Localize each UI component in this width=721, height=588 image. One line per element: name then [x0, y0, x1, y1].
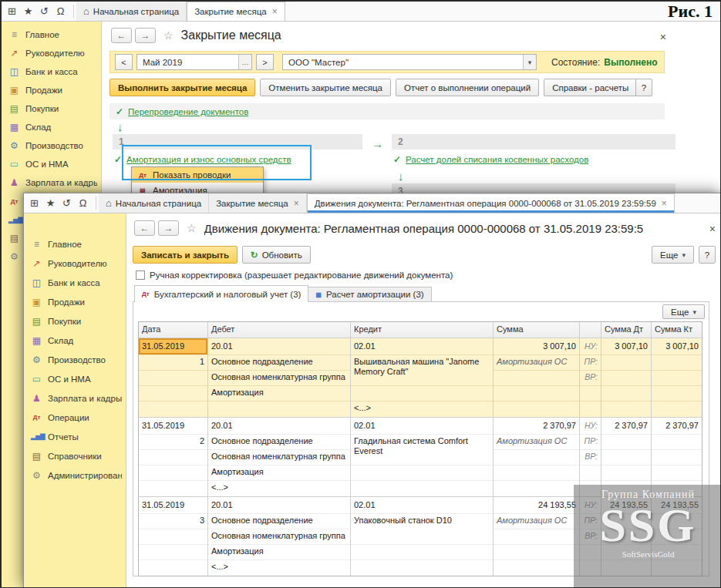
- tab-close-icon[interactable]: ×: [662, 198, 667, 209]
- cancel-month-closing-button[interactable]: Отменить закрытие месяца: [260, 79, 391, 96]
- next-period-button[interactable]: >: [256, 54, 274, 70]
- credit-subconto[interactable]: Упаковочный станок D10: [351, 514, 493, 545]
- history-icon[interactable]: ↺: [36, 4, 52, 19]
- sidebar-item-glavnoe[interactable]: ≡Главное: [2, 25, 101, 44]
- sum-kt-cell[interactable]: 3 007,10: [652, 338, 702, 355]
- debit-subconto[interactable]: Амортизация: [208, 386, 350, 402]
- apps-menu-icon[interactable]: ⊞: [4, 4, 20, 19]
- column-header-debit[interactable]: Дебет: [208, 322, 351, 338]
- favorites-icon[interactable]: ★: [20, 4, 36, 19]
- reposting-documents-link[interactable]: Перепроведение документов: [128, 107, 248, 116]
- tab-month-closing[interactable]: Закрытие месяца×: [209, 193, 307, 213]
- sidebar-item-zarplata-i-kadry[interactable]: ♟Зарплата и кадры: [2, 173, 101, 192]
- debit-subconto[interactable]: Основное подразделение: [208, 355, 350, 371]
- help-button[interactable]: ?: [699, 246, 716, 264]
- column-header-credit[interactable]: Кредит: [351, 322, 494, 338]
- credit-subconto[interactable]: Гладильная система Comfort Everest: [351, 435, 493, 465]
- debit-subconto[interactable]: Амортизация: [208, 545, 350, 560]
- sidebar-item-pokupki[interactable]: ▤Покупки: [24, 311, 126, 331]
- amount-cell[interactable]: 2 370,97: [494, 418, 579, 435]
- save-and-close-button[interactable]: Записать и закрыть: [133, 246, 238, 264]
- notifications-icon[interactable]: Ω: [75, 196, 91, 211]
- debit-subconto[interactable]: Основная номенклатурная группа: [208, 529, 350, 545]
- period-choose-button[interactable]: …: [238, 55, 251, 69]
- sidebar-item-spravochniki[interactable]: ▤Справочники: [24, 446, 126, 465]
- tab-close-icon[interactable]: ×: [272, 6, 278, 17]
- sidebar-item-prodazhi[interactable]: ▣Продажи: [2, 81, 101, 99]
- doc-tab-amortization[interactable]: ▦Расчет амортизации (3): [308, 287, 431, 302]
- amount-cell[interactable]: 24 193,55: [494, 497, 579, 514]
- period-field[interactable]: Май 2019 …: [136, 54, 252, 70]
- sidebar-item-sklad[interactable]: ▦Склад: [2, 118, 101, 136]
- table-more-button[interactable]: Еще ▾: [662, 304, 705, 319]
- sidebar-item-administrirovanie[interactable]: ⚙Администрирование: [24, 465, 126, 485]
- sum-kt-cell[interactable]: 2 370,97: [652, 418, 702, 435]
- doc-tab-accounting[interactable]: ДтБухгалтерский и налоговый учет (3): [134, 285, 308, 302]
- sidebar-item-glavnoe[interactable]: ≡Главное: [24, 234, 126, 254]
- debit-subconto[interactable]: Амортизация: [208, 465, 350, 481]
- sidebar-item-os-i-nma[interactable]: ▭ОС и НМА: [2, 155, 101, 173]
- prev-period-button[interactable]: <: [115, 54, 133, 70]
- credit-subconto[interactable]: Вышивальная машина "Janome Memory Craft": [351, 355, 493, 386]
- tab-doc-movements[interactable]: Движения документа: Регламентная операци…: [307, 193, 675, 213]
- debit-subconto[interactable]: <...>: [208, 481, 350, 496]
- manual-adjustment-checkbox[interactable]: [136, 270, 145, 280]
- sidebar-item-rukovoditelyu[interactable]: ↗Руководителю: [2, 44, 101, 62]
- debit-subconto[interactable]: <...>: [208, 560, 350, 576]
- debit-subconto[interactable]: Основная номенклатурная группа: [208, 450, 350, 465]
- tab-home[interactable]: ⌂Начальная страница: [99, 193, 209, 213]
- favorite-star-icon[interactable]: ☆: [187, 222, 197, 234]
- sidebar-item-os-i-nma[interactable]: ▭ОС и НМА: [24, 369, 126, 388]
- notifications-icon[interactable]: Ω: [52, 4, 69, 19]
- close-form-icon[interactable]: ×: [709, 223, 716, 235]
- operations-report-button[interactable]: Отчет о выполнении операций: [396, 79, 539, 96]
- sidebar-item-operatsii[interactable]: ДтОперации: [24, 408, 126, 427]
- tab-close-icon[interactable]: ×: [294, 198, 299, 209]
- column-header-sum-kt[interactable]: Сумма Кт: [652, 322, 702, 338]
- sidebar-item-zarplata-i-kadry[interactable]: ♟Зарплата и кадры: [24, 388, 126, 408]
- sum-dt-cell[interactable]: 3 007,10: [601, 338, 651, 355]
- run-month-closing-button[interactable]: Выполнить закрытие месяца: [109, 79, 255, 96]
- organization-dropdown-icon[interactable]: ▾: [523, 55, 536, 69]
- sum-dt-cell[interactable]: 2 370,97: [601, 418, 651, 435]
- sidebar-item-sklad[interactable]: ▦Склад: [24, 331, 126, 350]
- debit-subconto[interactable]: Основная номенклатурная группа: [208, 371, 350, 386]
- sidebar-item-proizvodstvo[interactable]: ⚙Производство: [24, 350, 126, 369]
- help-button[interactable]: ?: [635, 79, 652, 96]
- close-form-icon[interactable]: ×: [660, 31, 666, 43]
- sidebar-item-bank-i-kassa[interactable]: ◫Банк и касса: [2, 62, 101, 81]
- cost-shares-link[interactable]: Расчет долей списания косвенных расходов: [406, 155, 588, 164]
- history-icon[interactable]: ↺: [59, 196, 75, 211]
- tab-home[interactable]: ⌂Начальная страница: [76, 2, 187, 21]
- favorites-icon[interactable]: ★: [42, 196, 59, 211]
- column-header-amount[interactable]: Сумма: [494, 322, 580, 338]
- credit-account-cell[interactable]: 02.01: [351, 418, 493, 435]
- column-header-sum-dt[interactable]: Сумма Дт: [601, 322, 652, 338]
- column-header-flags[interactable]: [580, 322, 601, 338]
- debit-subconto[interactable]: Основное подразделение: [208, 514, 350, 529]
- column-header-date[interactable]: Дата: [139, 322, 208, 338]
- debit-subconto[interactable]: Основное подразделение: [208, 435, 350, 450]
- sum-dt-cell[interactable]: 24 193,55: [601, 497, 651, 514]
- menu-item-show-postings[interactable]: ДтПоказать проводки: [132, 167, 263, 183]
- organization-field[interactable]: ООО "Мастер" ▾: [282, 54, 537, 70]
- sidebar-item-pokupki[interactable]: ▤Покупки: [2, 99, 101, 118]
- refresh-button[interactable]: ↻ Обновить: [242, 246, 311, 264]
- apps-menu-icon[interactable]: ⊞: [26, 196, 42, 211]
- back-button[interactable]: ←: [134, 220, 155, 236]
- credit-subconto[interactable]: [351, 560, 493, 576]
- credit-subconto[interactable]: <...>: [351, 402, 493, 417]
- credit-subconto[interactable]: [351, 481, 493, 496]
- references-calculations-button[interactable]: Справки - расчеты: [544, 79, 637, 96]
- debit-subconto[interactable]: [208, 402, 350, 417]
- debit-account-cell[interactable]: 20.01: [208, 418, 350, 435]
- back-button[interactable]: ←: [111, 28, 132, 43]
- sum-kt-cell[interactable]: 24 193,55: [652, 497, 702, 514]
- sidebar-item-prodazhi[interactable]: ▣Продажи: [24, 292, 126, 311]
- forward-button[interactable]: →: [158, 220, 179, 236]
- sidebar-item-rukovoditelyu[interactable]: ↗Руководителю: [24, 254, 126, 273]
- credit-account-cell[interactable]: 02.01: [351, 338, 493, 355]
- credit-account-cell[interactable]: 02.01: [351, 497, 493, 514]
- date-cell[interactable]: 31.05.2019: [139, 338, 207, 355]
- debit-account-cell[interactable]: 20.01: [208, 338, 350, 355]
